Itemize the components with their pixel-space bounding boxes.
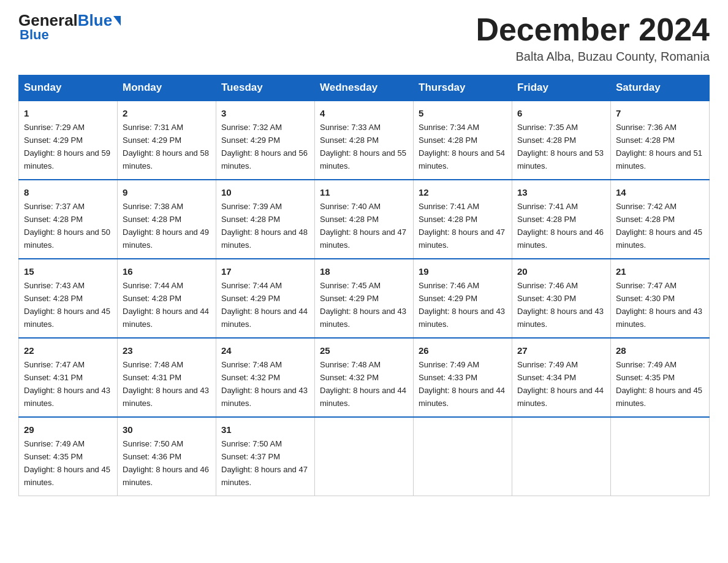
calendar-cell: 8Sunrise: 7:37 AMSunset: 4:28 PMDaylight… (19, 180, 118, 259)
calendar-cell: 1Sunrise: 7:29 AMSunset: 4:29 PMDaylight… (19, 101, 118, 180)
day-info: Sunrise: 7:41 AMSunset: 4:28 PMDaylight:… (419, 202, 505, 250)
day-info: Sunrise: 7:48 AMSunset: 4:31 PMDaylight:… (123, 360, 209, 408)
day-info: Sunrise: 7:31 AMSunset: 4:29 PMDaylight:… (123, 123, 209, 170)
calendar-cell: 23Sunrise: 7:48 AMSunset: 4:31 PMDayligh… (118, 338, 216, 417)
day-info: Sunrise: 7:45 AMSunset: 4:29 PMDaylight:… (320, 281, 406, 329)
calendar-header-saturday: Saturday (611, 75, 710, 101)
day-info: Sunrise: 7:41 AMSunset: 4:28 PMDaylight:… (517, 202, 604, 250)
day-info: Sunrise: 7:49 AMSunset: 4:35 PMDaylight:… (616, 360, 702, 408)
day-number: 25 (320, 343, 408, 358)
day-number: 24 (221, 343, 309, 358)
calendar-week-row: 1Sunrise: 7:29 AMSunset: 4:29 PMDaylight… (19, 101, 710, 180)
calendar-cell: 22Sunrise: 7:47 AMSunset: 4:31 PMDayligh… (19, 338, 118, 417)
day-number: 30 (123, 423, 211, 437)
logo: General Blue Blue (18, 12, 121, 43)
day-number: 22 (24, 343, 112, 358)
day-info: Sunrise: 7:40 AMSunset: 4:28 PMDaylight:… (320, 202, 406, 250)
day-number: 23 (123, 343, 211, 358)
calendar-cell: 17Sunrise: 7:44 AMSunset: 4:29 PMDayligh… (216, 259, 315, 338)
calendar-header-row: SundayMondayTuesdayWednesdayThursdayFrid… (19, 75, 710, 101)
day-info: Sunrise: 7:46 AMSunset: 4:29 PMDaylight:… (419, 281, 505, 329)
calendar-cell: 21Sunrise: 7:47 AMSunset: 4:30 PMDayligh… (611, 259, 710, 338)
calendar-cell: 12Sunrise: 7:41 AMSunset: 4:28 PMDayligh… (414, 180, 512, 259)
calendar-cell: 31Sunrise: 7:50 AMSunset: 4:37 PMDayligh… (216, 417, 315, 496)
calendar-cell: 26Sunrise: 7:49 AMSunset: 4:33 PMDayligh… (414, 338, 512, 417)
calendar-cell (315, 417, 414, 496)
day-info: Sunrise: 7:37 AMSunset: 4:28 PMDaylight:… (24, 202, 110, 250)
calendar-cell: 7Sunrise: 7:36 AMSunset: 4:28 PMDaylight… (611, 101, 710, 180)
day-number: 15 (24, 264, 112, 278)
day-number: 1 (24, 106, 112, 120)
day-number: 9 (123, 185, 211, 199)
calendar-table: SundayMondayTuesdayWednesdayThursdayFrid… (18, 75, 710, 496)
calendar-header-tuesday: Tuesday (216, 75, 315, 101)
day-info: Sunrise: 7:42 AMSunset: 4:28 PMDaylight:… (616, 202, 702, 250)
calendar-cell: 27Sunrise: 7:49 AMSunset: 4:34 PMDayligh… (512, 338, 611, 417)
day-number: 27 (517, 343, 605, 358)
day-info: Sunrise: 7:48 AMSunset: 4:32 PMDaylight:… (320, 360, 406, 408)
day-number: 7 (616, 106, 704, 120)
calendar-week-row: 22Sunrise: 7:47 AMSunset: 4:31 PMDayligh… (19, 338, 710, 417)
day-info: Sunrise: 7:33 AMSunset: 4:28 PMDaylight:… (320, 123, 406, 170)
day-number: 3 (221, 106, 309, 120)
day-number: 8 (24, 185, 112, 199)
calendar-cell (611, 417, 710, 496)
calendar-header-friday: Friday (512, 75, 611, 101)
calendar-week-row: 29Sunrise: 7:49 AMSunset: 4:35 PMDayligh… (19, 417, 710, 496)
calendar-cell: 29Sunrise: 7:49 AMSunset: 4:35 PMDayligh… (19, 417, 118, 496)
day-info: Sunrise: 7:44 AMSunset: 4:28 PMDaylight:… (123, 281, 209, 329)
calendar-cell: 9Sunrise: 7:38 AMSunset: 4:28 PMDaylight… (118, 180, 216, 259)
page-header: General Blue Blue December 2024 Balta Al… (18, 12, 710, 64)
calendar-cell: 25Sunrise: 7:48 AMSunset: 4:32 PMDayligh… (315, 338, 414, 417)
calendar-cell: 3Sunrise: 7:32 AMSunset: 4:29 PMDaylight… (216, 101, 315, 180)
title-block: December 2024 Balta Alba, Buzau County, … (476, 12, 710, 64)
logo-subtitle: Blue (20, 27, 49, 43)
calendar-cell: 28Sunrise: 7:49 AMSunset: 4:35 PMDayligh… (611, 338, 710, 417)
day-info: Sunrise: 7:48 AMSunset: 4:32 PMDaylight:… (221, 360, 308, 408)
calendar-week-row: 15Sunrise: 7:43 AMSunset: 4:28 PMDayligh… (19, 259, 710, 338)
day-info: Sunrise: 7:29 AMSunset: 4:29 PMDaylight:… (24, 123, 110, 170)
day-number: 20 (517, 264, 605, 278)
calendar-header-monday: Monday (118, 75, 216, 101)
calendar-header-wednesday: Wednesday (315, 75, 414, 101)
day-number: 10 (221, 185, 309, 199)
logo-blue-text: Blue (78, 12, 112, 28)
calendar-cell: 18Sunrise: 7:45 AMSunset: 4:29 PMDayligh… (315, 259, 414, 338)
calendar-cell: 6Sunrise: 7:35 AMSunset: 4:28 PMDaylight… (512, 101, 611, 180)
day-number: 6 (517, 106, 605, 120)
calendar-header-thursday: Thursday (414, 75, 512, 101)
day-number: 13 (517, 185, 605, 199)
day-number: 16 (123, 264, 211, 278)
day-number: 26 (419, 343, 507, 358)
calendar-cell: 2Sunrise: 7:31 AMSunset: 4:29 PMDaylight… (118, 101, 216, 180)
day-number: 28 (616, 343, 704, 358)
day-number: 11 (320, 185, 408, 199)
calendar-cell: 24Sunrise: 7:48 AMSunset: 4:32 PMDayligh… (216, 338, 315, 417)
calendar-cell (414, 417, 512, 496)
day-info: Sunrise: 7:50 AMSunset: 4:36 PMDaylight:… (123, 439, 209, 487)
day-info: Sunrise: 7:39 AMSunset: 4:28 PMDaylight:… (221, 202, 308, 250)
calendar-cell: 5Sunrise: 7:34 AMSunset: 4:28 PMDaylight… (414, 101, 512, 180)
month-title: December 2024 (476, 12, 710, 47)
day-info: Sunrise: 7:46 AMSunset: 4:30 PMDaylight:… (517, 281, 604, 329)
calendar-cell: 4Sunrise: 7:33 AMSunset: 4:28 PMDaylight… (315, 101, 414, 180)
calendar-cell: 13Sunrise: 7:41 AMSunset: 4:28 PMDayligh… (512, 180, 611, 259)
day-number: 2 (123, 106, 211, 120)
day-info: Sunrise: 7:47 AMSunset: 4:30 PMDaylight:… (616, 281, 702, 329)
calendar-cell: 30Sunrise: 7:50 AMSunset: 4:36 PMDayligh… (118, 417, 216, 496)
day-info: Sunrise: 7:32 AMSunset: 4:29 PMDaylight:… (221, 123, 308, 170)
day-info: Sunrise: 7:43 AMSunset: 4:28 PMDaylight:… (24, 281, 110, 329)
logo-general-text: General (18, 12, 78, 28)
day-info: Sunrise: 7:35 AMSunset: 4:28 PMDaylight:… (517, 123, 604, 170)
calendar-week-row: 8Sunrise: 7:37 AMSunset: 4:28 PMDaylight… (19, 180, 710, 259)
day-number: 19 (419, 264, 507, 278)
day-number: 14 (616, 185, 704, 199)
day-info: Sunrise: 7:50 AMSunset: 4:37 PMDaylight:… (221, 439, 308, 487)
calendar-cell: 15Sunrise: 7:43 AMSunset: 4:28 PMDayligh… (19, 259, 118, 338)
day-number: 31 (221, 423, 309, 437)
day-number: 17 (221, 264, 309, 278)
day-info: Sunrise: 7:36 AMSunset: 4:28 PMDaylight:… (616, 123, 702, 170)
calendar-cell: 14Sunrise: 7:42 AMSunset: 4:28 PMDayligh… (611, 180, 710, 259)
day-number: 21 (616, 264, 704, 278)
location-title: Balta Alba, Buzau County, Romania (476, 50, 710, 64)
